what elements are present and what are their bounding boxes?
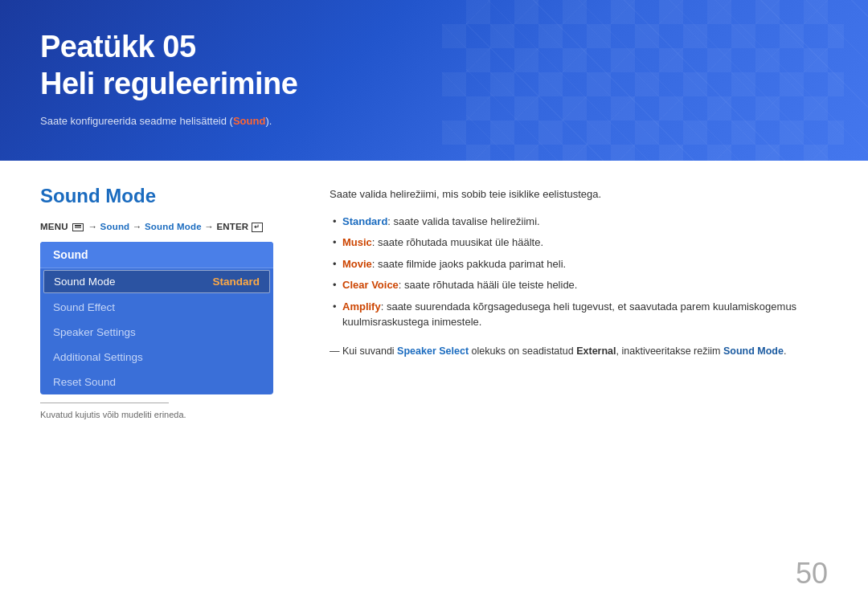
text-clear-voice: : saate rõhutada hääli üle teiste helide… xyxy=(399,279,578,291)
text-music: : saate rõhutada muusikat üle häälte. xyxy=(372,236,543,248)
list-item-amplify: Amplify: saate suurendada kõrgsagedusega… xyxy=(330,299,828,330)
title-label: Heli reguleerimine xyxy=(40,67,297,100)
page-number: 50 xyxy=(796,557,828,591)
menu-item-speaker-settings[interactable]: Speaker Settings xyxy=(40,320,273,345)
note-term1: Speaker Select xyxy=(397,345,469,357)
menu-arrow1: → xyxy=(88,222,100,231)
menu-item-value-sound-mode: Standard xyxy=(212,276,260,288)
term-movie: Movie xyxy=(342,258,372,270)
text-standard: : saate valida tavalise helirežiimi. xyxy=(387,215,539,227)
subtitle-link: Sound xyxy=(233,115,265,127)
bullet-list: Standard: saate valida tavalise helireži… xyxy=(330,214,828,330)
menu-item-label-reset-sound: Reset Sound xyxy=(53,376,116,388)
menu-path-menu: MENU xyxy=(40,222,71,231)
subtitle-text: Saate konfigureerida seadme helisätteid … xyxy=(40,115,233,127)
note-term3: Sound Mode xyxy=(723,345,784,357)
note-prefix: Kui suvandi xyxy=(342,345,397,357)
list-item-music: Music: saate rõhutada muusikat üle häält… xyxy=(330,235,828,251)
main-content: Sound Mode MENU → Sound → Sound Mode → E… xyxy=(0,161,868,443)
menu-path-sound: Sound xyxy=(100,222,130,231)
note-middle2: , inaktiveeritakse režiim xyxy=(616,345,723,357)
subtitle-end: ). xyxy=(265,115,272,127)
menu-icon xyxy=(72,223,84,231)
term-music: Music xyxy=(342,236,372,248)
right-column: Saate valida helirežiimi, mis sobib teie… xyxy=(330,185,828,419)
menu-path: MENU → Sound → Sound Mode → ENTER ↵ xyxy=(40,222,297,232)
note-middle1: olekuks on seadistatud xyxy=(469,345,576,357)
menu-item-label-sound-mode: Sound Mode xyxy=(54,276,116,288)
menu-item-additional-settings[interactable]: Additional Settings xyxy=(40,345,273,370)
right-intro: Saate valida helirežiimi, mis sobib teie… xyxy=(330,186,828,202)
term-amplify: Amplify xyxy=(342,300,381,313)
menu-item-label-additional-settings: Additional Settings xyxy=(53,351,143,363)
menu-arrow3: → ENTER xyxy=(204,222,251,231)
diamond-overlay xyxy=(442,0,844,161)
enter-icon: ↵ xyxy=(252,223,263,232)
list-item-standard: Standard: saate valida tavalise helireži… xyxy=(330,214,828,230)
list-item-clear-voice: Clear Voice: saate rõhutada hääli üle te… xyxy=(330,277,828,293)
text-amplify: : saate suurendada kõrgsagedusega heli t… xyxy=(342,300,796,329)
menu-item-sound-effect[interactable]: Sound Effect xyxy=(40,295,273,320)
chapter-label: Peatükk 05 xyxy=(40,30,196,63)
note-block: Kui suvandi Speaker Select olekuks on se… xyxy=(330,343,828,359)
note-suffix: . xyxy=(784,345,786,357)
header-banner: Peatükk 05 Heli reguleerimine Saate konf… xyxy=(0,0,868,161)
divider-line xyxy=(40,403,169,403)
menu-item-reset-sound[interactable]: Reset Sound xyxy=(40,370,273,394)
term-clear-voice: Clear Voice xyxy=(342,279,399,291)
text-movie: : saate filmide jaoks pakkuda parimat he… xyxy=(372,258,566,270)
left-column: Sound Mode MENU → Sound → Sound Mode → E… xyxy=(40,185,297,419)
tv-menu-header: Sound xyxy=(40,242,273,268)
menu-item-sound-mode[interactable]: Sound Mode Standard xyxy=(43,270,270,293)
menu-item-label-sound-effect: Sound Effect xyxy=(53,301,115,313)
menu-arrow2: → xyxy=(133,222,145,231)
note-term2: External xyxy=(576,345,616,357)
image-note: Kuvatud kujutis võib mudeliti erineda. xyxy=(40,410,297,419)
term-standard: Standard xyxy=(342,215,387,227)
tv-menu-box: Sound Sound Mode Standard Sound Effect S… xyxy=(40,242,273,394)
menu-path-mode: Sound Mode xyxy=(145,222,202,231)
menu-item-label-speaker-settings: Speaker Settings xyxy=(53,326,136,338)
section-title: Sound Mode xyxy=(40,185,297,207)
list-item-movie: Movie: saate filmide jaoks pakkuda parim… xyxy=(330,256,828,272)
